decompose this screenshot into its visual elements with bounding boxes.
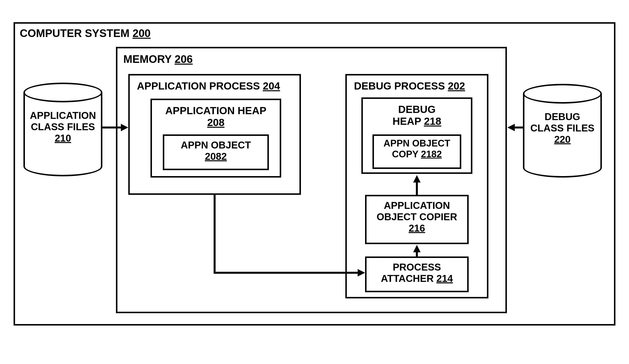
app-heap-text: APPLICATION HEAP — [165, 105, 266, 117]
app-class-files-text2: CLASS FILES — [31, 121, 95, 132]
process-attacher-label: PROCESS ATTACHER 214 — [365, 261, 469, 284]
process-attacher-text: PROCESS — [393, 262, 441, 272]
app-process-ref: 204 — [263, 80, 280, 92]
debug-process-label: DEBUG PROCESS 202 — [354, 80, 465, 92]
appn-object-copy-text2: COPY — [392, 149, 418, 159]
app-class-files-ref: 210 — [55, 133, 71, 143]
debug-class-files-ref: 220 — [554, 134, 571, 145]
computer-system-text: COMPUTER SYSTEM — [20, 27, 130, 39]
app-class-files-label: APPLICATION CLASS FILES 210 — [23, 110, 102, 144]
arrowhead-appfiles-to-appprocess — [121, 124, 128, 131]
computer-system-label: COMPUTER SYSTEM 200 — [20, 27, 151, 39]
memory-ref: 206 — [175, 53, 193, 65]
appn-object-copy-ref: 2182 — [421, 149, 442, 159]
app-heap-ref: 208 — [207, 117, 224, 128]
arrowhead-appprocess-to-attacher — [358, 269, 365, 276]
arrow-appprocess-down — [214, 195, 216, 274]
arrow-debugfiles-to-debugprocess — [514, 126, 524, 128]
arrow-appprocess-right — [214, 272, 359, 274]
debug-process-ref: 202 — [448, 80, 465, 92]
debug-heap-text2: HEAP — [392, 116, 421, 127]
appn-object-copy-text: APPN OBJECT — [384, 138, 450, 148]
app-process-label: APPLICATION PROCESS 204 — [137, 80, 280, 92]
debug-class-files-cylinder: DEBUG CLASS FILES 220 — [523, 84, 602, 178]
debug-process-text: DEBUG PROCESS — [354, 80, 445, 92]
debug-class-files-text2: CLASS FILES — [530, 122, 595, 133]
process-attacher-ref: 214 — [436, 273, 453, 284]
app-object-copier-text2: OBJECT COPIER — [377, 211, 457, 222]
app-object-copier-text: APPLICATION — [384, 200, 450, 211]
appn-object-ref: 2082 — [205, 151, 227, 162]
debug-heap-text: DEBUG — [398, 104, 436, 115]
appn-object-text: APPN OBJECT — [181, 139, 251, 150]
memory-label: MEMORY 206 — [123, 53, 193, 65]
debug-class-files-text: DEBUG — [545, 111, 580, 122]
arrowhead-copier-to-heap — [413, 175, 421, 182]
appn-object-label: APPN OBJECT 2082 — [163, 139, 269, 162]
computer-system-ref: 200 — [133, 27, 151, 39]
app-heap-label: APPLICATION HEAP 208 — [151, 105, 281, 129]
memory-text: MEMORY — [123, 53, 172, 65]
app-class-files-cylinder: APPLICATION CLASS FILES 210 — [23, 83, 102, 176]
process-attacher-text2: ATTACHER — [381, 273, 434, 284]
app-object-copier-ref: 216 — [409, 223, 425, 234]
app-process-text: APPLICATION PROCESS — [137, 80, 260, 92]
app-object-copier-label: APPLICATION OBJECT COPIER 216 — [365, 200, 469, 234]
appn-object-copy-label: APPN OBJECT COPY 2182 — [372, 138, 461, 160]
app-class-files-text: APPLICATION — [30, 110, 96, 121]
arrowhead-debugfiles-to-debugprocess — [507, 124, 515, 131]
debug-heap-label: DEBUG HEAP 218 — [361, 104, 472, 127]
arrowhead-attacher-to-copier — [413, 245, 421, 252]
arrow-appfiles-to-appprocess — [102, 126, 122, 128]
debug-class-files-label: DEBUG CLASS FILES 220 — [523, 111, 602, 145]
arrow-copier-to-heap — [416, 181, 418, 195]
debug-heap-ref: 218 — [424, 116, 441, 127]
